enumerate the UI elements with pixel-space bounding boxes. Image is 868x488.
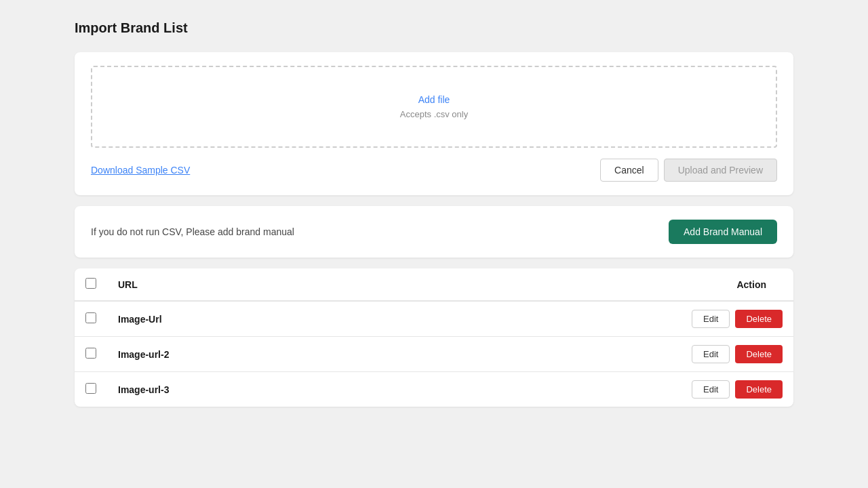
cancel-button[interactable]: Cancel [600,159,658,182]
row-checkbox-cell [75,337,107,372]
row-3-checkbox[interactable] [85,383,96,394]
action-buttons: EditDelete [388,380,783,399]
file-dropzone[interactable]: Add file Accepts .csv only [91,66,777,148]
row-url-cell: Image-url-2 [107,337,377,372]
row-url-cell: Image-url-3 [107,372,377,407]
edit-button-1[interactable]: Edit [692,310,730,328]
row-action-cell: EditDelete [377,301,793,337]
row-1-checkbox[interactable] [85,312,96,323]
action-buttons: EditDelete [388,310,783,328]
url-table-card: URL Action Image-UrlEditDeleteImage-url-… [75,268,793,407]
url-table: URL Action Image-UrlEditDeleteImage-url-… [75,268,793,407]
edit-button-2[interactable]: Edit [692,345,730,363]
add-brand-manual-button[interactable]: Add Brand Manual [669,220,777,244]
edit-button-3[interactable]: Edit [692,380,730,399]
table-row: Image-UrlEditDelete [75,301,793,337]
upload-btn-group: Cancel Upload and Preview [600,159,777,182]
manual-info-text: If you do not run CSV, Please add brand … [91,226,294,237]
table-row: Image-url-3EditDelete [75,372,793,407]
upload-card: Add file Accepts .csv only Download Samp… [75,52,793,195]
row-checkbox-cell [75,301,107,337]
download-sample-csv-link[interactable]: Download Sample CSV [91,165,190,176]
select-all-checkbox[interactable] [85,278,96,289]
delete-button-1[interactable]: Delete [735,310,783,328]
url-value: Image-Url [118,314,162,325]
header-url: URL [107,268,377,301]
accepts-text: Accepts .csv only [106,109,762,119]
row-url-cell: Image-Url [107,301,377,337]
action-buttons: EditDelete [388,345,783,363]
upload-actions: Download Sample CSV Cancel Upload and Pr… [91,159,777,182]
delete-button-2[interactable]: Delete [735,345,783,363]
delete-button-3[interactable]: Delete [735,380,783,399]
table-row: Image-url-2EditDelete [75,337,793,372]
add-file-link[interactable]: Add file [418,94,450,105]
upload-preview-button[interactable]: Upload and Preview [664,159,777,182]
url-value: Image-url-3 [118,384,169,395]
row-action-cell: EditDelete [377,372,793,407]
row-action-cell: EditDelete [377,337,793,372]
row-checkbox-cell [75,372,107,407]
table-header-row: URL Action [75,268,793,301]
page-title: Import Brand List [75,20,793,36]
manual-add-card: If you do not run CSV, Please add brand … [75,206,793,258]
url-value: Image-url-2 [118,349,169,360]
header-action: Action [377,268,793,301]
row-2-checkbox[interactable] [85,348,96,359]
header-checkbox-col [75,268,107,301]
